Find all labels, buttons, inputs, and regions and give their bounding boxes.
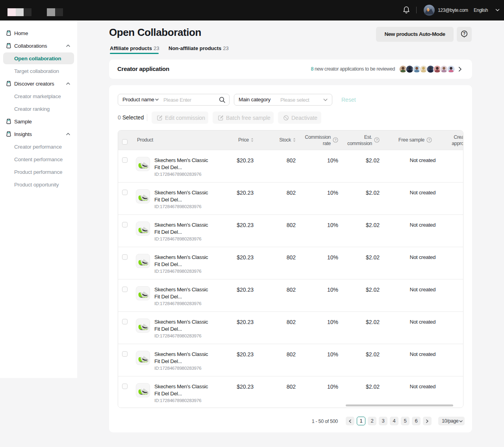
svg-text:?: ? xyxy=(428,138,430,142)
svg-text:?: ? xyxy=(463,32,465,36)
